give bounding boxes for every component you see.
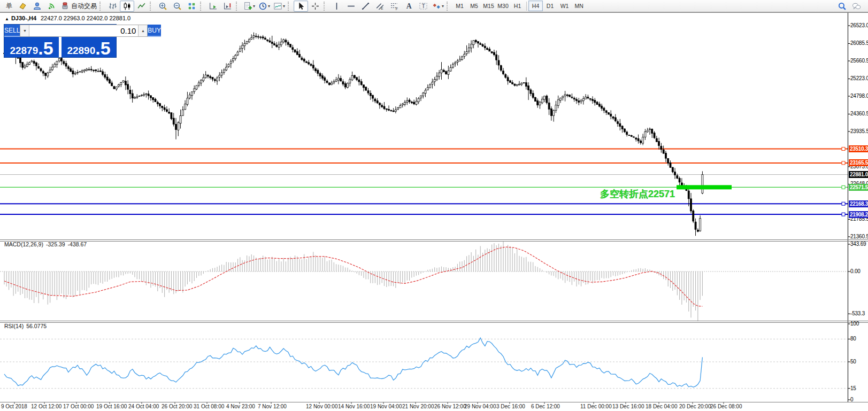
rsi-panel [0, 338, 848, 389]
line-handle [842, 148, 845, 151]
macd-panel [0, 241, 848, 321]
chart-canvas[interactable] [0, 0, 868, 411]
buy-button[interactable]: BUY [148, 25, 161, 37]
volume-increase-button[interactable]: ▲ [138, 25, 147, 36]
buy-price-int: 22890 [67, 45, 95, 56]
volume-input[interactable] [29, 25, 138, 36]
sell-price[interactable]: 22879.5 [4, 37, 59, 57]
sell-price-int: 22879 [10, 45, 38, 56]
candlesticks [4, 33, 703, 236]
line-handle [842, 202, 845, 205]
sell-button[interactable]: SELL [4, 25, 20, 37]
volume-decrease-button[interactable]: ▼ [20, 25, 29, 36]
buy-price-fraction: .5 [95, 41, 110, 56]
line-handle [842, 213, 845, 216]
buy-price[interactable]: 22890.5 [62, 37, 116, 57]
pivot-highlight-bar [677, 185, 732, 189]
chart-frame [0, 13, 868, 405]
one-click-trading-panel: SELL ▼ ▲ BUY 22879.5 22890.5 [4, 24, 117, 58]
level-lines [0, 149, 848, 215]
sell-price-fraction: .5 [38, 41, 53, 56]
mt4-window: 单自动交易▾▾▾EFAT▾M1M5M15M30H1H4D1W1MN ▲DJ30-… [0, 0, 868, 411]
line-handle [842, 185, 845, 189]
line-handle [842, 161, 845, 165]
